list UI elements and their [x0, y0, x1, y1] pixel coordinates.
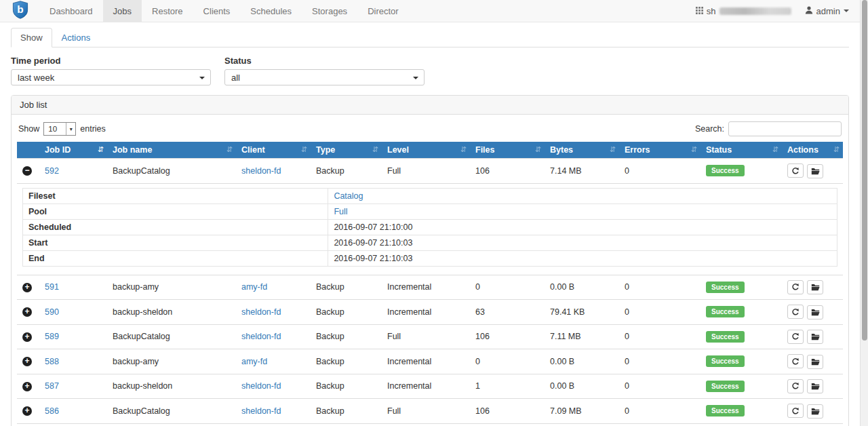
job-errors: 0: [619, 324, 701, 349]
job-level: Full: [382, 159, 470, 184]
nav-item-schedules[interactable]: Schedules: [240, 0, 302, 22]
brand-logo[interactable]: b: [0, 0, 39, 22]
job-type: Backup: [311, 374, 382, 399]
detail-row: Scheduled 2016-09-07 21:10:00: [23, 219, 837, 235]
browse-files-button[interactable]: [807, 404, 823, 419]
nav-item-clients[interactable]: Clients: [193, 0, 241, 22]
detail-row: End 2016-09-07 21:10:03: [23, 250, 837, 266]
job-list-panel: Job list Show 10 ▾ entries Search:: [11, 95, 849, 426]
browse-files-button[interactable]: [807, 355, 823, 369]
column-header-job-name[interactable]: Job name⇵: [107, 142, 236, 159]
column-header-type[interactable]: Type⇵: [311, 142, 382, 159]
directed-host[interactable]: sh: [696, 6, 791, 16]
job-level: Full: [382, 399, 470, 424]
column-label: Errors: [625, 145, 650, 155]
user-menu[interactable]: admin: [805, 6, 849, 16]
vertical-scrollbar[interactable]: [860, 0, 868, 426]
bareos-shield-icon: b: [12, 1, 28, 22]
column-header-bytes[interactable]: Bytes⇵: [545, 142, 619, 159]
status-value: all: [231, 73, 240, 83]
rerun-job-button[interactable]: [787, 280, 804, 294]
rerun-job-button[interactable]: [787, 404, 804, 418]
rerun-job-button[interactable]: [787, 163, 804, 178]
search-input[interactable]: [728, 121, 842, 136]
expand-row-icon[interactable]: [22, 382, 32, 391]
search-control: Search:: [695, 121, 842, 136]
expand-row-icon[interactable]: [22, 307, 32, 317]
expand-row-icon[interactable]: [22, 332, 32, 342]
detail-label: Start: [23, 235, 328, 250]
job-files: 0: [470, 275, 545, 300]
page-length-select[interactable]: 10 ▾: [43, 122, 76, 136]
job-table: Job ID⇵ Job name⇵ Client⇵ Type⇵ Level⇵ F…: [17, 142, 843, 426]
status-select[interactable]: all: [224, 69, 425, 85]
caret-down-icon: [844, 9, 849, 15]
nav-item-director[interactable]: Director: [357, 0, 409, 22]
column-label: Client: [241, 145, 265, 155]
job-name: BackupCatalog: [107, 159, 236, 184]
rerun-job-button[interactable]: [787, 305, 804, 319]
job-type: Backup: [311, 300, 382, 325]
table-body: 592 BackupCatalog sheldon-fd Backup Full…: [17, 159, 843, 426]
tab-actions[interactable]: Actions: [52, 28, 100, 47]
job-level: Full: [382, 324, 470, 349]
nav-item-jobs[interactable]: Jobs: [103, 0, 142, 22]
nav-item-storages[interactable]: Storages: [302, 0, 357, 22]
client-link[interactable]: sheldon-fd: [241, 166, 281, 176]
job-id-link[interactable]: 592: [45, 166, 59, 176]
browse-files-button[interactable]: [807, 164, 823, 178]
job-id-link[interactable]: 589: [45, 332, 59, 341]
client-link[interactable]: sheldon-fd: [241, 406, 281, 416]
browse-files-button[interactable]: [807, 280, 823, 294]
column-header-files[interactable]: Files⇵: [470, 142, 545, 159]
client-link[interactable]: amy-fd: [241, 357, 267, 366]
job-errors: 0: [619, 399, 701, 424]
job-bytes: 0.00 B: [545, 275, 619, 300]
column-header-status[interactable]: Status⇵: [701, 142, 782, 159]
job-name: backup-amy: [107, 275, 236, 300]
job-name: backup-amy: [107, 423, 236, 426]
hostname-redacted: [719, 7, 791, 15]
time-period-select[interactable]: last week: [11, 69, 211, 85]
column-header-actions[interactable]: Actions⇵: [782, 142, 843, 159]
user-icon: [805, 6, 813, 16]
job-type: Backup: [311, 324, 382, 349]
column-header-errors[interactable]: Errors⇵: [619, 142, 701, 159]
job-id-link[interactable]: 586: [45, 406, 59, 416]
column-label: Actions: [787, 145, 818, 155]
client-link[interactable]: sheldon-fd: [241, 381, 281, 391]
scrollbar-thumb[interactable]: [862, 0, 867, 341]
rerun-job-button[interactable]: [787, 330, 804, 344]
client-link[interactable]: sheldon-fd: [241, 307, 281, 317]
expand-row-icon[interactable]: [22, 406, 32, 416]
fileset-link[interactable]: Catalog: [334, 191, 363, 201]
client-link[interactable]: sheldon-fd: [241, 332, 281, 341]
column-header-client[interactable]: Client⇵: [236, 142, 311, 159]
apps-grid-icon: [696, 6, 703, 16]
main-menu: Dashboard Jobs Restore Clients Schedules…: [39, 0, 409, 22]
browse-files-button[interactable]: [807, 379, 823, 393]
job-id-link[interactable]: 590: [45, 307, 59, 317]
rerun-job-button[interactable]: [787, 354, 804, 368]
panel-body: Show 10 ▾ entries Search:: [12, 115, 848, 426]
expand-row-icon[interactable]: [22, 283, 32, 292]
browse-files-button[interactable]: [807, 305, 823, 320]
column-label: Files: [475, 145, 495, 155]
column-header-level[interactable]: Level⇵: [382, 142, 470, 159]
status-badge: Success: [706, 306, 745, 317]
nav-item-dashboard[interactable]: Dashboard: [39, 0, 103, 22]
navbar-right: sh admin: [696, 0, 860, 22]
detail-value: 2016-09-07 21:10:03: [328, 235, 837, 250]
collapse-row-icon[interactable]: [22, 166, 32, 176]
job-id-link[interactable]: 588: [45, 357, 59, 366]
column-header-job-id[interactable]: Job ID⇵: [39, 142, 107, 159]
job-id-link[interactable]: 591: [45, 282, 59, 292]
client-link[interactable]: amy-fd: [241, 282, 267, 292]
expand-row-icon[interactable]: [22, 357, 32, 366]
rerun-job-button[interactable]: [787, 379, 804, 393]
pool-link[interactable]: Full: [334, 207, 347, 216]
browse-files-button[interactable]: [807, 330, 823, 344]
nav-item-restore[interactable]: Restore: [142, 0, 193, 22]
tab-show[interactable]: Show: [11, 28, 52, 47]
job-id-link[interactable]: 587: [45, 381, 59, 391]
